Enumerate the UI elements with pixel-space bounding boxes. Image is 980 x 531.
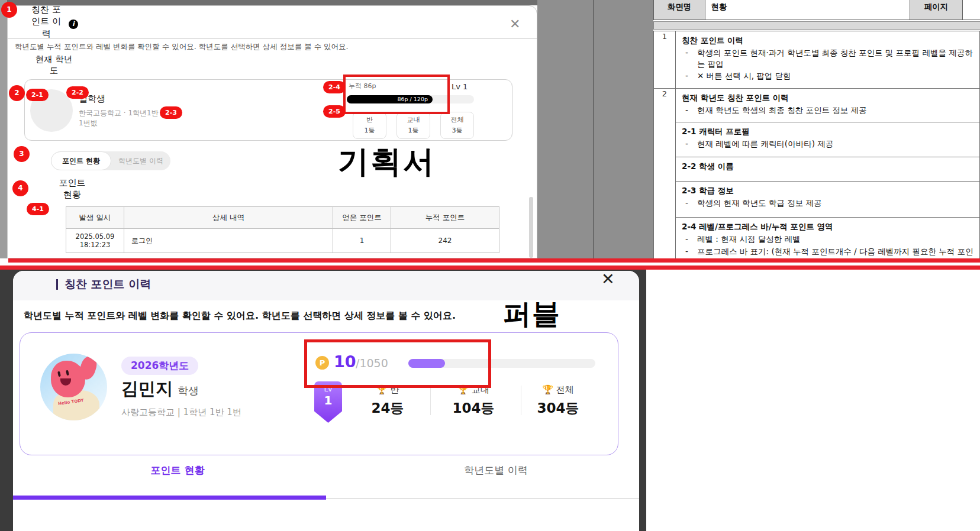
spec-row: 2-2 학생 이름 [654,157,980,182]
active-tab-underline [13,496,326,500]
spec-row: 2-3 학급 정보-학생의 현재 학년도 학급 정보 제공 [654,182,980,218]
avatar: Hello TODY [40,354,107,420]
spec-row: 2-4 레벨/프로그레스 바/누적 포인트 영역-레벨 : 현재 시점 달성한 … [654,218,980,259]
red-divider-line-1 [8,258,980,263]
spec-page-value [962,0,980,20]
screenshot-root: 칭찬 포인트 이력 i ✕ 학년도별 누적 포인트와 레벨 변화를 확인할 수 … [0,0,980,531]
col-detail: 상세 내역 [124,207,333,229]
col-date: 발생 일시 [66,207,124,229]
modal-description: 학년도별 누적 포인트와 레벨 변화를 확인할 수 있어요. 학년도를 선택하면… [24,310,456,322]
spec-row-content: 2-3 학급 정보-학생의 현재 학년도 학급 정보 제공 [676,182,980,218]
modal-title: 칭찬 포인트 이력 [28,4,65,40]
spec-bullet: -현재 학년도 학생의 최종 칭찬 포인트 정보 제공 [682,105,976,116]
rank-label: 전체 [441,115,473,124]
annotation-4: 4 [12,180,28,196]
spec-row-content: 2-4 레벨/프로그레스 바/누적 포인트 영역-레벨 : 현재 시점 달성한 … [676,218,980,259]
level-value: 1 [314,393,342,407]
spec-page-label: 페이지 [910,0,963,20]
rank-value: 24등 [355,399,420,417]
annotation-1: 1 [1,2,17,18]
spec-screen-name-value: 현황 [705,0,911,20]
table-header-row: 발생 일시 상세 내역 얻은 포인트 누적 포인트 [66,207,499,229]
spec-row-title: 2-2 학생 이름 [682,161,976,172]
plan-section: 칭찬 포인트 이력 i ✕ 학년도별 누적 포인트와 레벨 변화를 확인할 수 … [0,0,980,258]
title-bar-icon [56,279,58,290]
spec-bullet: -✕ 버튼 선택 시, 팝업 닫힘 [682,70,976,82]
rank-class: 🏆반 24등 [355,384,420,417]
spec-bullet: -프로그레스 바 표기: (현재 누적 포인트개수 / 다음 레벨까지 필요한 … [682,246,976,258]
tab-yearly-history[interactable]: 학년도별 이력 [425,464,567,477]
close-icon[interactable]: ✕ [510,17,520,31]
info-icon[interactable]: i [69,20,78,29]
overlay-vertical-line [593,0,594,258]
spec-header-row: 화면명 현황 페이지 [653,0,980,20]
annotation-4-1: 4-1 [27,203,49,215]
spec-screen-name-label: 화면명 [653,0,705,20]
year-badge: 2026학년도 [121,357,198,375]
overlay-top-bar [7,0,537,5]
spec-row-title: 2-1 캐릭터 프로필 [682,126,976,137]
red-divider-line-2 [0,266,980,270]
rank-label: 교내 [397,115,430,124]
cell-date: 2025.05.09 18:12:23 [66,229,124,253]
student-number: 1번벖 [79,118,98,128]
student-name: 김민지학생 [121,377,199,401]
rank-divider [521,386,521,415]
overlay-backdrop [537,0,653,258]
header-divider [8,38,537,38]
annotation-2-2: 2-2 [66,86,89,99]
rank-value: 104등 [441,399,506,417]
spec-row-number: 2 [654,89,676,259]
cell-cumulative: 242 [391,229,499,253]
spec-row-content: 2-2 학생 이름 [676,157,980,182]
rank-school: 🏆교내 104등 [441,384,506,417]
spec-row-title: 2-4 레벨/프로그레스 바/누적 포인트 영역 [682,221,976,232]
spec-filler-band [653,21,980,30]
col-earned: 얻은 포인트 [333,207,391,229]
points-table: 발생 일시 상세 내역 얻은 포인트 누적 포인트 2025.05.09 18:… [66,206,499,253]
section-title: 포인트 현황 [57,177,88,201]
rank-value: 1등 [397,126,430,135]
rank-label: 반 [353,115,386,124]
rank-value: 3등 [441,126,473,135]
annotation-2-3: 2-3 [160,106,182,119]
rank-value: 1등 [353,126,386,135]
annotation-box-progress [343,75,450,114]
close-icon[interactable]: ✕ [601,270,615,288]
school-info: 사랑고등학교 | 1학년 1반 1번 [121,407,241,418]
spec-row-title: 2-3 학급 정보 [682,185,976,196]
spec-bullet: -학생의 현재 학년도 학급 정보 제공 [682,197,976,209]
wireframe-modal: 칭찬 포인트 이력 i ✕ 학년도별 누적 포인트와 레벨 변화를 확인할 수 … [7,5,537,258]
annotation-2-4: 2-4 [323,81,346,93]
annotation-2-1: 2-1 [26,89,49,101]
rank-label: 전체 [556,384,574,395]
spec-row-content: 칭찬 포인트 이력-학생의 포인트 현재·과거 학년도별 최종 칭찬 포인트 및… [676,31,980,89]
rank-box-school: 교내 1등 [396,112,430,139]
plan-label: 기획서 [338,141,436,183]
modal-title-text: 칭찬 포인트 이력 [65,277,151,292]
spec-row-content: 2-1 캐릭터 프로필-현재 레벨에 따른 캐릭터(아바타) 제공 [676,122,980,157]
rank-total: 🏆전체 304등 [526,384,591,417]
student-suffix: 학생 [178,384,199,397]
spec-row-content: 현재 학년도 칭찬 포인트 이력-현재 학년도 학생의 최종 칭찬 포인트 정보… [676,89,980,122]
school-info: 한국고등학교 · 1학년1반 [79,108,159,118]
trophy-icon: 🏆 [542,384,553,395]
rank-box-class: 반 1등 [353,112,386,139]
annotation-box-points [304,339,491,388]
tab-point-status[interactable]: 포인트 현황 [107,464,249,477]
spec-row: 1칭찬 포인트 이력-학생의 포인트 현재·과거 학년도별 최종 칭찬 포인트 … [654,31,980,89]
spec-row-title: 현재 학년도 칭찬 포인트 이력 [682,92,976,103]
cell-earned: 1 [333,229,391,253]
tab-yearly-history[interactable]: 학년도별 이력 [111,151,170,170]
col-cumulative: 누적 포인트 [391,207,499,229]
spec-row: 2-1 캐릭터 프로필-현재 레벨에 따른 캐릭터(아바타) 제공 [654,122,980,157]
scrollbar[interactable] [529,197,533,258]
publish-label: 퍼블 [503,296,561,333]
modal-title: 칭찬 포인트 이력 [56,277,151,292]
current-year-label: 현재 학년도 [35,54,73,76]
cell-detail: 로그인 [124,229,333,253]
tab-baseline [326,498,639,499]
tab-point-status[interactable]: 포인트 현황 [51,151,111,170]
modal-description: 학년도별 누적 포인트와 레벨 변화를 확인할 수 있어요. 학년도를 선택하면… [15,42,500,52]
spec-bullet: -현재 레벨에 따른 캐릭터(아바타) 제공 [682,138,976,150]
